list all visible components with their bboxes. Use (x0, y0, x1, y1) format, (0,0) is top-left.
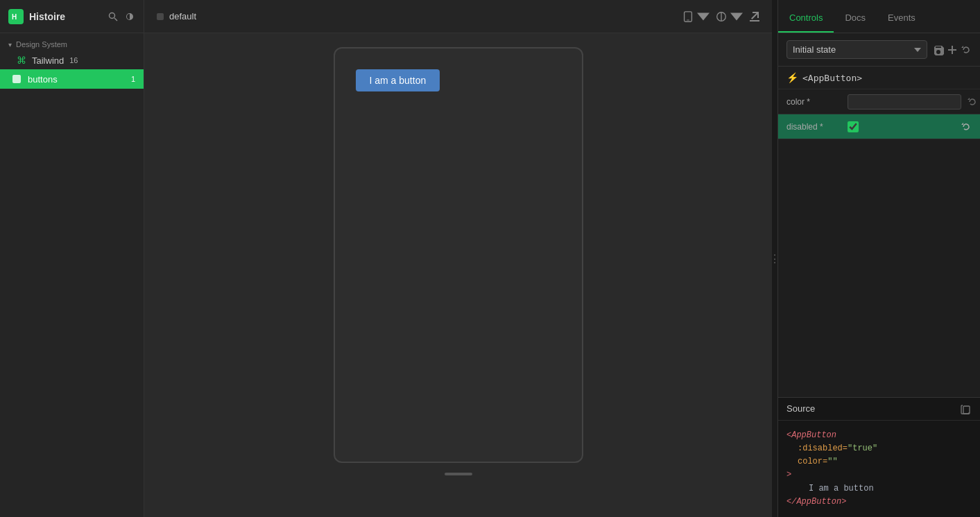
buttons-label: buttons (28, 74, 58, 85)
sidebar-item-buttons[interactable]: buttons 1 (0, 69, 144, 89)
device-icon (682, 10, 694, 23)
preview-button[interactable]: I am a button (356, 69, 440, 91)
buttons-badge: 1 (131, 75, 135, 83)
tab-icon (155, 12, 165, 21)
prop-reset-disabled-icon[interactable] (961, 121, 972, 132)
tab-docs[interactable]: Docs (834, 4, 877, 33)
copy-icon[interactable] (961, 403, 972, 414)
code-line-1: <AppButton (786, 429, 972, 442)
main-toolbar: default (144, 0, 772, 33)
device-frame: I am a button (334, 47, 583, 463)
theme-icon (715, 10, 728, 23)
prop-reset-color-icon[interactable] (967, 96, 978, 107)
code-line-6: </AppButton> (786, 496, 972, 509)
sidebar-header: H Histoire (0, 0, 144, 33)
svg-rect-3 (12, 75, 21, 83)
prop-row-disabled: disabled * (778, 114, 980, 139)
code-line-4: > (786, 468, 972, 482)
code-line-3: color="" (786, 455, 972, 468)
app-title: Histoire (29, 11, 65, 22)
external-link-icon[interactable] (748, 10, 761, 23)
default-tab[interactable]: default (155, 11, 196, 21)
state-selector[interactable]: Initial state (786, 40, 927, 59)
prop-input-color[interactable] (848, 94, 961, 109)
tailwind-icon: ⌘ (17, 55, 26, 66)
design-system-section[interactable]: ▾ Design System (0, 33, 144, 51)
prop-row-color: color * (778, 89, 980, 114)
search-icon[interactable] (108, 11, 119, 22)
theme-toggle-icon[interactable] (124, 11, 135, 22)
reset-state-icon[interactable] (961, 44, 972, 55)
tab-events[interactable]: Events (877, 4, 927, 33)
tab-controls[interactable]: Controls (778, 4, 834, 33)
toolbar-right (682, 10, 761, 23)
component-name: <AppButton> (802, 73, 862, 83)
tailwind-label: Tailwind (32, 55, 64, 66)
source-code: <AppButton :disabled="true" color="" > I… (778, 421, 980, 517)
prop-checkbox-disabled[interactable] (848, 121, 859, 132)
buttons-icon (11, 73, 22, 85)
sidebar: H Histoire ▾ Design System ⌘ Tailwind 16… (0, 0, 144, 517)
state-action-icons (933, 44, 972, 55)
svg-rect-8 (750, 20, 759, 21)
sidebar-item-tailwind[interactable]: ⌘ Tailwind 16 (0, 51, 144, 69)
code-line-5: I am a button (786, 482, 972, 496)
code-line-2: :disabled="true" (786, 442, 972, 455)
prop-label-color: color * (786, 97, 842, 107)
bolt-icon: ⚡ (786, 72, 798, 83)
device-notch (445, 473, 472, 475)
save-state-icon[interactable] (933, 44, 944, 55)
prop-list: color * disabled * (778, 89, 980, 397)
resize-handle[interactable] (772, 0, 777, 517)
section-chevron: ▾ (8, 41, 12, 49)
controls-section: Initial state ⚡ <AppButton> (778, 33, 980, 397)
source-header: Source (778, 398, 980, 421)
tailwind-badge: 16 (69, 56, 78, 64)
source-label: Source (786, 403, 815, 414)
device-chevron-icon (697, 10, 710, 23)
theme-chevron-icon (730, 10, 743, 23)
svg-rect-4 (157, 13, 164, 20)
svg-text:H: H (12, 13, 17, 21)
main-area: default (144, 0, 772, 517)
theme-selector[interactable] (715, 10, 743, 23)
app-logo: H (8, 9, 24, 24)
device-inner: I am a button (349, 62, 568, 448)
right-panel-tabs: Controls Docs Events (778, 0, 980, 33)
component-label-row: ⚡ <AppButton> (778, 67, 980, 89)
right-panel: Controls Docs Events Initial state (777, 0, 980, 517)
header-icons (108, 11, 135, 22)
device-selector[interactable] (682, 10, 710, 23)
svg-point-1 (110, 12, 115, 18)
add-state-icon[interactable] (947, 44, 958, 55)
design-system-label: Design System (16, 40, 67, 49)
state-selector-row: Initial state (778, 33, 980, 67)
tab-label: default (169, 11, 196, 21)
source-section: Source <AppButton :disabled="true" color… (778, 397, 980, 517)
svg-rect-6 (687, 19, 689, 20)
svg-line-2 (114, 18, 117, 21)
canvas-area: I am a button (144, 33, 772, 517)
prop-label-disabled: disabled * (786, 122, 842, 132)
